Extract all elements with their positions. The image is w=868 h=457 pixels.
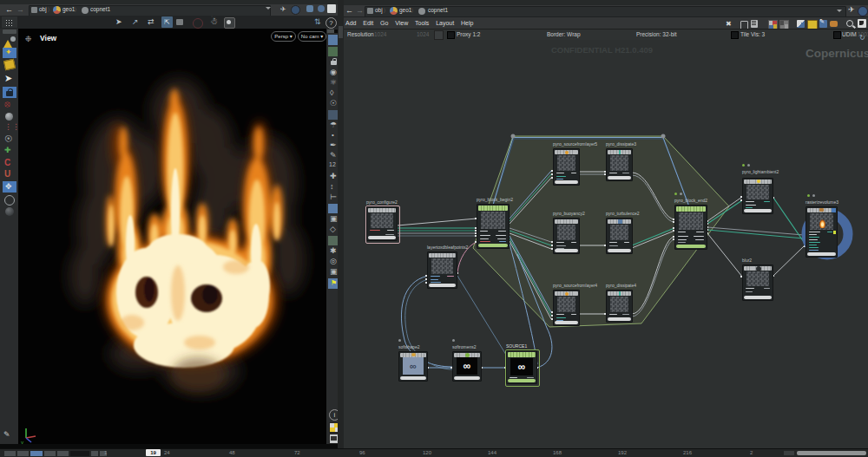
svg-text:y: y xyxy=(21,440,23,444)
